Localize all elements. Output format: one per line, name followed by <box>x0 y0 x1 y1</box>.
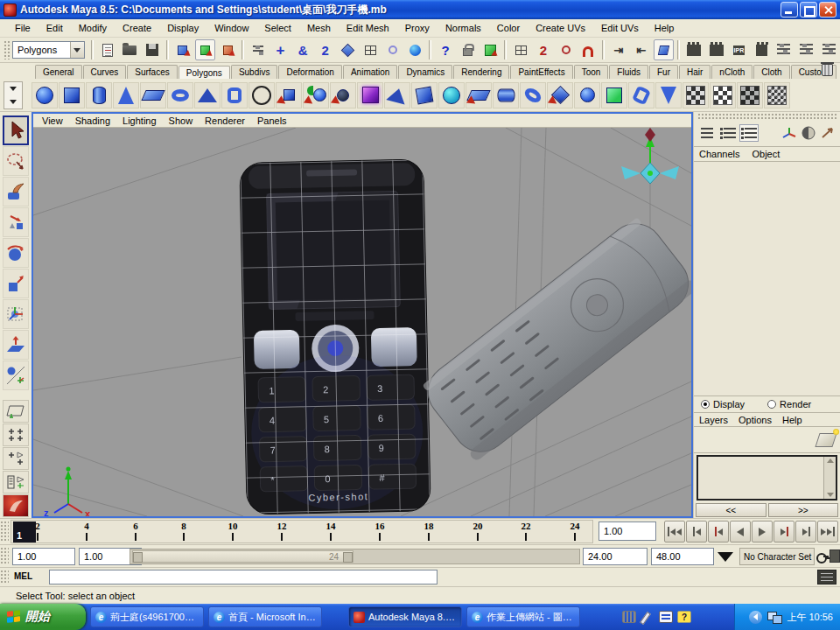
close-button[interactable] <box>819 2 836 18</box>
menu-color[interactable]: Color <box>489 20 528 36</box>
rotate-tool[interactable] <box>3 238 29 268</box>
quick-help-button[interactable]: ? <box>435 39 456 60</box>
step-forward-frame-button[interactable] <box>795 521 816 542</box>
show-manipulator-tool[interactable] <box>3 360 29 390</box>
command-line-grip[interactable] <box>0 570 9 584</box>
menu-normals[interactable]: Normals <box>438 20 489 36</box>
scale-tool[interactable] <box>3 269 29 298</box>
snap-to-grids-button[interactable]: + <box>270 39 291 60</box>
curve-snap-icon[interactable]: 2 <box>533 39 554 60</box>
go-to-end-button[interactable] <box>817 521 838 542</box>
shelf-icon[interactable] <box>682 82 709 108</box>
ime-help-icon[interactable] <box>677 611 691 623</box>
taskbar-task-homepage[interactable]: e 首頁 - Microsoft Inter... <box>208 606 322 627</box>
panel-menu-lighting[interactable]: Lighting <box>122 116 157 126</box>
poly-pyramid-icon[interactable] <box>194 82 220 108</box>
pen-icon[interactable] <box>640 611 654 623</box>
shelf-tab-animation[interactable]: Animation <box>343 65 397 79</box>
display-quality-slider-2[interactable] <box>796 39 817 60</box>
layers-menu[interactable]: Layers <box>699 415 728 425</box>
menu-create[interactable]: Create <box>115 20 159 36</box>
time-slider-grip[interactable] <box>0 521 9 542</box>
make-live-button[interactable] <box>405 39 426 60</box>
mel-input[interactable] <box>49 570 438 584</box>
start-button[interactable]: 開始 <box>0 604 86 630</box>
frame-ruler[interactable]: 1 2 4 6 8 10 12 14 16 18 20 22 24 <box>10 520 593 543</box>
trash-icon[interactable] <box>822 64 833 76</box>
lasso-tool[interactable] <box>3 146 29 176</box>
tool-settings-toggle[interactable] <box>718 124 738 142</box>
shelf-tab-deformation[interactable]: Deformation <box>278 65 341 79</box>
display-quality-slider-3[interactable] <box>818 39 839 60</box>
output-connections-button[interactable]: ⇤ <box>631 39 652 60</box>
construction-history-toggle[interactable] <box>654 39 675 60</box>
panel-menu-shading[interactable]: Shading <box>75 116 110 126</box>
shelf-tab-subdivs[interactable]: Subdivs <box>231 65 278 79</box>
select-hierarchy-button[interactable] <box>172 39 193 60</box>
attribute-editor-toggle[interactable] <box>697 124 717 142</box>
panel-menu-panels[interactable]: Panels <box>257 116 287 126</box>
shelf-icon[interactable] <box>764 82 790 108</box>
select-object-button[interactable] <box>195 39 216 60</box>
shelf-icon[interactable] <box>357 82 383 108</box>
go-to-start-button[interactable] <box>664 521 685 542</box>
menu-edit[interactable]: Edit <box>38 20 71 36</box>
poly-torus-icon[interactable] <box>167 82 193 108</box>
layout-hypershade-button[interactable] <box>3 471 29 494</box>
next-layers-button[interactable]: >> <box>768 503 839 517</box>
shelf-tab-ncloth[interactable]: nCloth <box>711 65 752 79</box>
poly-pipe-icon[interactable] <box>221 82 248 108</box>
menu-set-dropdown[interactable]: Polygons <box>12 41 85 59</box>
layout-persp-outliner-button[interactable] <box>3 447 29 470</box>
poly-cylinder-icon[interactable] <box>86 82 112 108</box>
character-set-field[interactable]: No Character Set <box>739 548 815 565</box>
ime-pad-icon[interactable] <box>659 611 673 623</box>
toolbar-grip[interactable] <box>4 40 10 60</box>
manip-arrow-icon[interactable] <box>819 125 836 141</box>
shelf-icon[interactable] <box>384 82 410 108</box>
manip-speed-icon[interactable] <box>800 125 817 141</box>
layer-list[interactable] <box>696 455 837 500</box>
prev-layers-button[interactable]: << <box>696 503 766 517</box>
shelf-icon[interactable] <box>276 82 302 108</box>
range-slider-grip[interactable] <box>0 547 9 565</box>
play-backwards-button[interactable] <box>730 521 751 542</box>
shelf-tab-hair[interactable]: Hair <box>679 65 710 79</box>
shelf-icon[interactable] <box>628 82 654 108</box>
current-time-field[interactable]: 1.00 <box>598 522 656 541</box>
shelf-icon[interactable] <box>574 82 600 108</box>
shelf-icon[interactable] <box>520 82 546 108</box>
menu-file[interactable]: File <box>7 20 38 36</box>
universal-manipulator-tool[interactable] <box>3 299 29 329</box>
shelf-icon[interactable] <box>710 82 736 108</box>
shelf-tab-fur[interactable]: Fur <box>649 65 678 79</box>
menu-display[interactable]: Display <box>159 20 206 36</box>
shelf-icon[interactable] <box>655 82 682 108</box>
point-snap-icon[interactable] <box>556 39 577 60</box>
render-settings-button[interactable] <box>751 39 772 60</box>
character-set-dropdown-icon[interactable] <box>718 552 733 562</box>
options-menu[interactable]: Options <box>738 415 772 425</box>
panel-menu-show[interactable]: Show <box>169 116 193 126</box>
minimize-button[interactable] <box>780 2 798 18</box>
restore-button[interactable] <box>800 2 817 18</box>
menu-proxy[interactable]: Proxy <box>397 20 438 36</box>
snap-to-points-button[interactable]: 2 <box>315 39 336 60</box>
move-tool[interactable] <box>3 207 29 237</box>
display-quality-slider-1[interactable] <box>774 39 794 60</box>
channels-menu[interactable]: Channels <box>699 149 739 159</box>
shelf-icon[interactable] <box>493 82 519 108</box>
shelf-menu-arrows[interactable] <box>4 81 23 109</box>
snap-to-curves-button[interactable]: & <box>292 39 313 60</box>
play-forwards-button[interactable] <box>752 521 773 542</box>
channel-box-area[interactable] <box>694 162 840 396</box>
display-radio[interactable]: Display <box>701 399 745 410</box>
layout-four-panes-button[interactable] <box>3 424 29 446</box>
ipr-render-button[interactable]: IPR <box>729 39 750 60</box>
taskbar-task-upload-site[interactable]: e 作業上傳網站 - 圖片... <box>466 606 580 627</box>
shelf-icon[interactable] <box>330 82 356 108</box>
poly-sphere-icon[interactable] <box>32 82 58 108</box>
animation-start-field[interactable]: 1.00 <box>12 548 75 565</box>
shelf-icon[interactable] <box>248 82 275 108</box>
panel-menu-view[interactable]: View <box>42 116 63 126</box>
